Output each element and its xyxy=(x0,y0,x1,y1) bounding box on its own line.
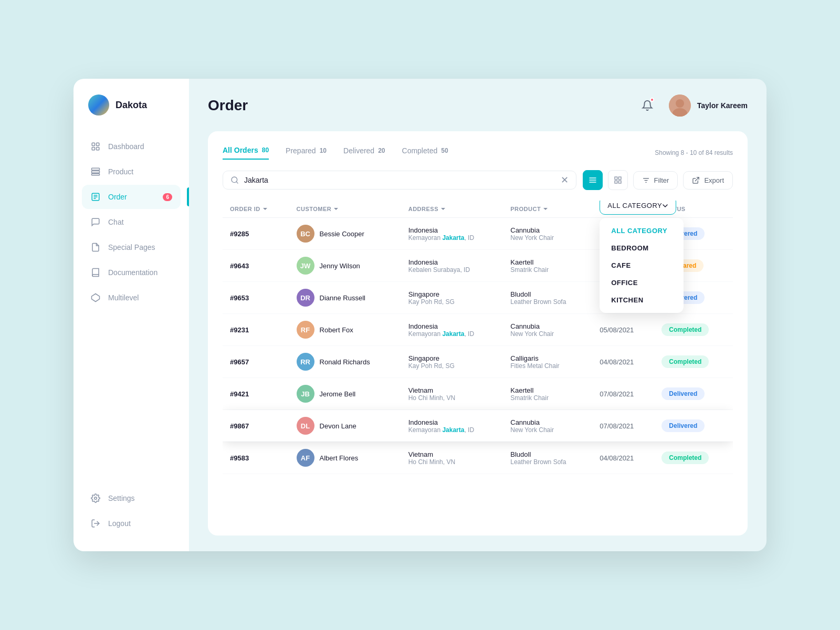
filter-button[interactable]: Filter xyxy=(633,171,678,190)
svg-rect-5 xyxy=(92,171,100,173)
table-row[interactable]: #9231 RF Robert Fox Indonesia Kemayoran … xyxy=(223,314,733,346)
sort-address[interactable]: ADDRESS xyxy=(408,206,446,212)
sort-customer[interactable]: CUSTOMER xyxy=(297,206,339,212)
sidebar-item-label: Dashboard xyxy=(108,142,144,151)
date-cell: 04/08/2021 xyxy=(592,346,654,378)
settings-icon xyxy=(90,493,101,503)
address-main: Vietnam xyxy=(408,386,496,394)
table-row[interactable]: #9583 AF Albert Flores Vietnam Ho Chi Mi… xyxy=(223,442,733,474)
category-option-office[interactable]: Office xyxy=(604,274,679,291)
sort-product[interactable]: PRODUCT xyxy=(510,206,548,212)
search-input[interactable] xyxy=(244,176,555,184)
address-sub: Kemayoran Jakarta, ID xyxy=(408,330,496,338)
sidebar-item-dashboard[interactable]: Dashboard xyxy=(82,134,181,159)
table-container: ORDER ID CUSTOMER xyxy=(223,201,733,474)
sidebar-item-logout[interactable]: Logout xyxy=(82,511,181,536)
customer-name: Jenny Wilson xyxy=(320,262,360,270)
tab-completed[interactable]: Completed 50 xyxy=(402,146,448,159)
address-main: Indonesia xyxy=(408,226,496,234)
address-sub: Kay Poh Rd, SG xyxy=(408,298,496,306)
product-icon xyxy=(90,166,101,177)
header-right: Taylor Kareem xyxy=(636,94,748,117)
tabs: All Orders 80 Prepared 10 Delivered 20 C… xyxy=(223,146,448,160)
customer-cell: BC Bessie Cooper xyxy=(289,218,401,250)
date-cell: 07/08/2021 xyxy=(592,378,654,410)
notification-dot xyxy=(650,98,654,102)
order-icon xyxy=(90,192,101,202)
category-dropdown-menu: All Category Bedroom Cafe Office Kitchen xyxy=(600,218,684,313)
tab-count: 20 xyxy=(378,147,385,154)
order-id-value: #9285 xyxy=(230,230,249,238)
date-value: 05/08/2021 xyxy=(600,326,634,334)
grid-view-button[interactable] xyxy=(608,170,628,190)
search-clear-button[interactable]: ✕ xyxy=(561,175,569,185)
logo-icon xyxy=(88,94,109,116)
sidebar-item-product[interactable]: Product xyxy=(82,160,181,184)
sidebar-item-special-pages[interactable]: Special Pages xyxy=(82,235,181,259)
sort-order-id[interactable]: ORDER ID xyxy=(230,206,268,212)
category-option-all[interactable]: All Category xyxy=(604,222,679,239)
multilevel-icon xyxy=(90,292,101,303)
notification-button[interactable] xyxy=(636,94,658,117)
sidebar-bottom: Settings Logout xyxy=(74,486,189,536)
order-id-value: #9583 xyxy=(230,454,249,462)
order-id-cell: #9657 xyxy=(223,346,289,378)
toolbar: ✕ xyxy=(223,170,733,190)
product-sub: New York Chair xyxy=(510,426,585,434)
svg-line-26 xyxy=(696,177,699,181)
customer-cell: DR Dianne Russell xyxy=(289,282,401,314)
dashboard-icon xyxy=(90,141,101,152)
user-profile[interactable]: Taylor Kareem xyxy=(669,94,748,117)
sidebar-item-settings[interactable]: Settings xyxy=(82,486,181,510)
category-option-kitchen[interactable]: Kitchen xyxy=(604,291,679,309)
sidebar-item-label: Logout xyxy=(108,519,131,528)
chevron-down-icon xyxy=(662,203,668,209)
toolbar-right: Filter Export xyxy=(583,170,733,190)
customer-cell: RF Robert Fox xyxy=(289,314,401,346)
brand-logo[interactable]: Dakota xyxy=(74,94,189,116)
table-row[interactable]: #9657 RR Ronald Richards Singapore Kay P… xyxy=(223,346,733,378)
customer-avatar: RR xyxy=(297,353,314,371)
address-cell: Vietnam Ho Chi Minh, VN xyxy=(401,378,503,410)
tab-all-orders[interactable]: All Orders 80 xyxy=(223,146,269,160)
table-row[interactable]: #9867 DL Devon Lane Indonesia Kemayoran … xyxy=(223,410,733,442)
category-option-bedroom[interactable]: Bedroom xyxy=(604,239,679,257)
table-row[interactable]: #9421 JB Jerome Bell Vietnam Ho Chi Minh… xyxy=(223,378,733,410)
product-name: Calligaris xyxy=(510,354,585,362)
customer-avatar: JW xyxy=(297,257,314,275)
list-view-button[interactable] xyxy=(583,170,603,190)
customer-avatar: BC xyxy=(297,225,314,243)
logout-icon xyxy=(90,518,101,529)
customer-cell: RR Ronald Richards xyxy=(289,346,401,378)
product-sub: Leather Brown Sofa xyxy=(510,458,585,466)
sidebar-item-order[interactable]: Order 6 xyxy=(82,185,181,209)
order-id-cell: #9643 xyxy=(223,250,289,282)
sidebar-item-label: Special Pages xyxy=(108,243,155,251)
tab-delivered[interactable]: Delivered 20 xyxy=(343,146,385,159)
sidebar-item-documentation[interactable]: Documentation xyxy=(82,260,181,285)
product-sub: New York Chair xyxy=(510,234,585,242)
customer-name: Albert Flores xyxy=(320,454,359,462)
chat-icon xyxy=(90,217,101,227)
svg-rect-22 xyxy=(618,181,621,183)
export-button[interactable]: Export xyxy=(683,171,733,190)
sidebar-item-multilevel[interactable]: Multilevel xyxy=(82,286,181,310)
order-id-cell: #9653 xyxy=(223,282,289,314)
sidebar: Dakota Dashboard Product xyxy=(74,79,189,551)
order-id-value: #9657 xyxy=(230,358,249,366)
category-select[interactable]: All Category xyxy=(600,201,676,215)
category-option-cafe[interactable]: Cafe xyxy=(604,257,679,274)
sidebar-item-chat[interactable]: Chat xyxy=(82,210,181,234)
tab-label: All Orders xyxy=(223,146,258,154)
address-sub: Ho Chi Minh, VN xyxy=(408,458,496,466)
status-cell: Completed xyxy=(654,442,733,474)
customer-cell: JW Jenny Wilson xyxy=(289,250,401,282)
search-box: ✕ xyxy=(223,171,576,190)
grid-view-icon xyxy=(614,176,622,184)
tab-prepared[interactable]: Prepared 10 xyxy=(286,146,327,159)
svg-rect-4 xyxy=(92,168,100,170)
product-name: Kaertell xyxy=(510,386,585,394)
address-main: Vietnam xyxy=(408,450,496,458)
sidebar-item-label: Order xyxy=(108,193,127,201)
svg-rect-20 xyxy=(618,177,621,180)
